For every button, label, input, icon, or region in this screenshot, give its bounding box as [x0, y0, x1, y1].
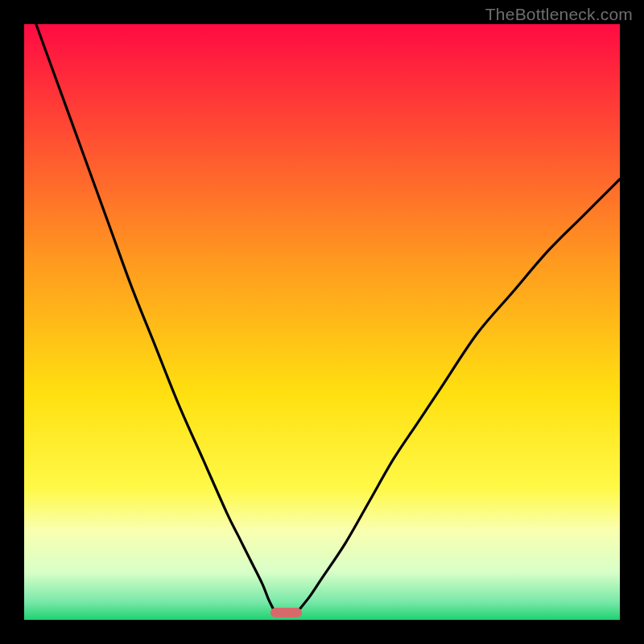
- curve-right-path: [298, 179, 620, 611]
- bottleneck-curve: [24, 24, 620, 620]
- curve-left-path: [36, 24, 275, 611]
- watermark-text: TheBottleneck.com: [485, 5, 633, 24]
- chart-frame: TheBottleneck.com: [0, 0, 644, 644]
- plot-area: [24, 24, 620, 620]
- minimum-marker: [270, 608, 302, 617]
